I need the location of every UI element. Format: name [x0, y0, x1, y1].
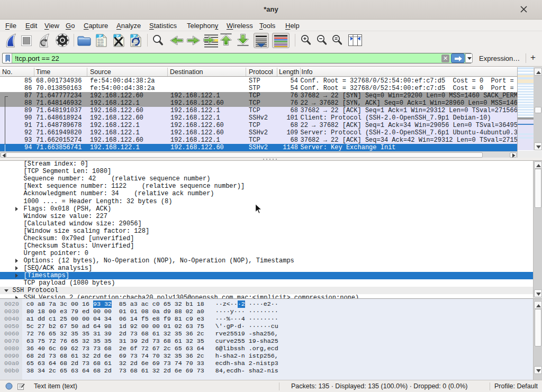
svg-text:0011: 0011 — [97, 44, 104, 47]
